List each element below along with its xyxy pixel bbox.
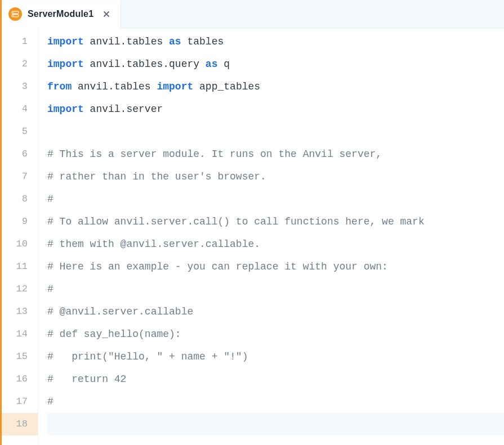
code-token-comment: # This is a server module. It runs on th… [47,149,382,160]
code-lines[interactable]: import anvil.tables as tablesimport anvi… [38,28,504,445]
code-token-comment: # To allow anvil.server.call() to call f… [47,216,425,227]
code-token-comment: # [47,396,53,407]
code-token-comment: # Here is an example - you can replace i… [47,261,388,272]
code-token-keyword: import [47,59,84,70]
line-number: 5 [2,120,38,143]
code-token-keyword: from [47,81,72,92]
line-number: 15 [2,345,38,368]
code-line[interactable]: # Here is an example - you can replace i… [47,255,504,278]
line-number: 4 [2,98,38,120]
code-line[interactable]: import anvil.tables as tables [47,30,504,53]
code-token-plain: tables [181,36,224,47]
code-line[interactable]: # [47,390,504,413]
code-token-keyword: import [47,104,84,115]
code-line[interactable]: from anvil.tables import app_tables [47,75,504,98]
code-line[interactable]: import anvil.tables.query as q [47,53,504,75]
line-number: 9 [2,210,38,233]
code-line[interactable]: # [47,278,504,300]
code-line[interactable] [47,413,504,435]
line-number: 13 [2,300,38,323]
line-number: 1 [2,30,38,53]
line-number-gutter: 123456789101112131415161718 [2,28,38,445]
code-token-plain: q [217,59,230,70]
code-token-comment: # [47,194,53,205]
code-token-keyword: import [157,81,193,92]
code-editor: ServerModule1 12345678910111213141516171… [0,0,504,445]
tab-title: ServerModule1 [28,9,93,19]
line-number: 10 [2,233,38,255]
svg-point-2 [13,12,14,13]
code-line[interactable]: # return 42 [47,368,504,390]
line-number: 14 [2,323,38,345]
server-module-icon [8,7,22,21]
svg-point-3 [13,15,14,16]
code-token-plain: anvil.tables [72,81,157,92]
code-area[interactable]: 123456789101112131415161718 import anvil… [2,28,504,445]
code-line[interactable]: # To allow anvil.server.call() to call f… [47,210,504,233]
code-token-comment: # print("Hello, " + name + "!") [47,351,248,362]
line-number: 12 [2,278,38,300]
line-number: 6 [2,143,38,165]
code-line[interactable]: # @anvil.server.callable [47,300,504,323]
code-token-comment: # them with @anvil.server.callable. [47,239,260,250]
code-token-comment: # rather than in the user's browser. [47,171,266,182]
code-token-keyword: as [169,36,181,47]
line-number: 16 [2,368,38,390]
line-number: 17 [2,390,38,413]
code-token-keyword: as [206,59,218,70]
code-token-comment: # return 42 [47,374,126,385]
line-number: 8 [2,188,38,210]
tab-server-module[interactable]: ServerModule1 [2,1,121,28]
code-token-keyword: import [47,36,84,47]
code-line[interactable]: # This is a server module. It runs on th… [47,143,504,165]
code-line[interactable]: # print("Hello, " + name + "!") [47,345,504,368]
line-number: 18 [2,413,38,435]
code-token-plain: anvil.tables [84,36,169,47]
line-number: 11 [2,255,38,278]
code-token-comment: # def say_hello(name): [47,329,181,340]
line-number: 3 [2,75,38,98]
line-number: 7 [2,165,38,188]
close-icon[interactable] [101,9,111,19]
code-line[interactable]: # def say_hello(name): [47,323,504,345]
code-line[interactable]: import anvil.server [47,98,504,120]
code-token-plain: anvil.tables.query [84,59,206,70]
code-token-comment: # [47,284,53,295]
code-line[interactable] [47,120,504,143]
code-token-plain: anvil.server [84,104,163,115]
code-line[interactable]: # them with @anvil.server.callable. [47,233,504,255]
tab-bar: ServerModule1 [2,0,504,28]
code-token-comment: # @anvil.server.callable [47,306,193,317]
code-line[interactable]: # rather than in the user's browser. [47,165,504,188]
code-line[interactable]: # [47,188,504,210]
line-number: 2 [2,53,38,75]
code-token-plain: app_tables [193,81,260,92]
